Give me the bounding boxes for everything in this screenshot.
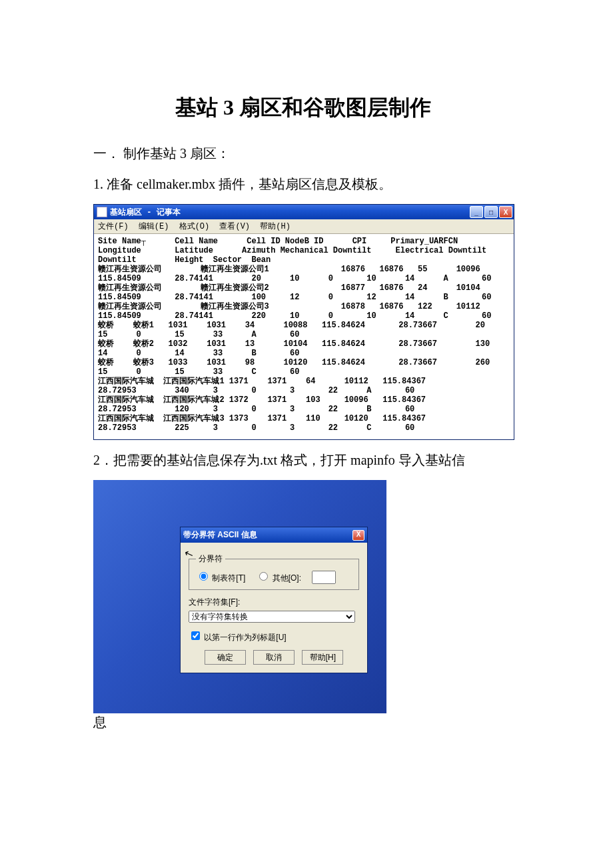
charset-label: 文件字符集[F]: — [189, 597, 359, 608]
maximize-button[interactable]: □ — [484, 206, 498, 218]
section-heading-1: 一． 制作基站 3 扇区： — [93, 143, 513, 164]
notepad-icon — [97, 207, 107, 217]
step-1-text: 1. 准备 cellmaker.mbx 插件，基站扇区信息及模板。 — [93, 173, 513, 195]
notepad-text-area[interactable]: Site Name┬ Cell Name Cell ID NodeB ID CP… — [94, 234, 514, 439]
close-button[interactable]: X — [499, 206, 512, 218]
firstrow-checkbox-label[interactable]: 以第一行作为列标题[U] — [189, 633, 287, 642]
firstrow-text: 以第一行作为列标题[U] — [204, 633, 286, 642]
notepad-window: 基站扇区 - 记事本 _ □ X 文件(F) 编辑(E) 格式(O) 查看(V)… — [93, 204, 514, 440]
delimiter-group: 分界符 制表符[T] 其他[O]: — [189, 553, 359, 590]
menu-format[interactable]: 格式(O) — [179, 222, 210, 231]
menu-file[interactable]: 文件(F) — [98, 222, 129, 231]
radio-other[interactable]: 其他[O]: — [256, 570, 301, 584]
dialog-titlebar[interactable]: 带分界符 ASCII 信息 X — [181, 527, 367, 543]
step-2-text-a: 2．把需要的基站信息保存为.txt 格式，打开 mapinfo 导入基站信 — [93, 449, 513, 471]
menu-edit[interactable]: 编辑(E) — [139, 222, 169, 231]
radio-tab-input[interactable] — [199, 572, 208, 581]
radio-other-label: 其他[O]: — [273, 573, 301, 583]
charset-select[interactable]: 没有字符集转换 — [189, 611, 355, 623]
page-title: 基站 3 扇区和谷歌图层制作 — [93, 93, 513, 123]
dialog-title-text: 带分界符 ASCII 信息 — [183, 529, 257, 541]
radio-other-input[interactable] — [259, 572, 268, 581]
menu-view[interactable]: 查看(V) — [219, 222, 250, 231]
menu-bar: 文件(F) 编辑(E) 格式(O) 查看(V) 帮助(H) — [94, 219, 514, 234]
firstrow-checkbox[interactable] — [191, 631, 200, 640]
mapinfo-screenshot: ↖ 带分界符 ASCII 信息 X 分界符 制表符[T] 其他[O]: — [93, 480, 386, 713]
menu-help[interactable]: 帮助(H) — [260, 222, 291, 231]
delimiter-legend: 分界符 — [196, 553, 225, 565]
window-title-text: 基站扇区 - 记事本 — [110, 207, 181, 218]
help-button[interactable]: 帮助[H] — [302, 650, 343, 665]
step-2-text-b: 息 — [93, 715, 107, 729]
ok-button[interactable]: 确定 — [205, 650, 246, 665]
radio-tab[interactable]: 制表符[T] — [196, 570, 245, 584]
cancel-button[interactable]: 取消 — [253, 650, 295, 665]
radio-tab-label: 制表符[T] — [212, 573, 245, 583]
minimize-button[interactable]: _ — [470, 206, 483, 218]
ascii-dialog: ↖ 带分界符 ASCII 信息 X 分界符 制表符[T] 其他[O]: — [180, 527, 368, 673]
dialog-close-button[interactable]: X — [352, 530, 364, 541]
other-delim-input[interactable] — [312, 571, 336, 584]
window-titlebar[interactable]: 基站扇区 - 记事本 _ □ X — [94, 205, 514, 219]
